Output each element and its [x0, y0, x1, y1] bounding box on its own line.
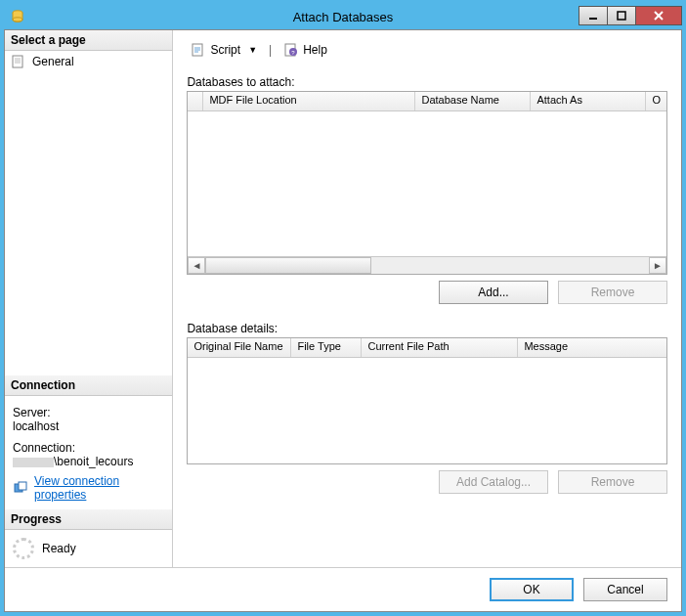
add-catalog-button: Add Catalog... [439, 470, 548, 494]
connection-block: Server: localhost Connection: \benoit_le… [5, 396, 172, 509]
col-mdf-file-location[interactable]: MDF File Location [203, 92, 415, 110]
progress-header: Progress [5, 509, 172, 530]
dialog-footer: OK Cancel [5, 567, 681, 611]
minimize-button[interactable] [579, 6, 608, 25]
ok-button[interactable]: OK [490, 578, 574, 601]
scroll-right-icon[interactable]: ► [649, 257, 666, 274]
grid2-header: Original File Name File Type Current Fil… [188, 338, 666, 358]
connection-value: \benoit_lecours [13, 455, 164, 468]
help-label: Help [303, 43, 327, 57]
scroll-left-icon[interactable]: ◄ [188, 257, 205, 274]
sidebar: Select a page General Connection [5, 30, 173, 567]
connection-label: Connection: [13, 441, 164, 455]
page-general[interactable]: General [5, 51, 172, 72]
progress-spinner-icon [13, 538, 34, 559]
server-label: Server: [13, 406, 164, 419]
script-label: Script [210, 43, 240, 57]
col-file-type[interactable]: File Type [291, 338, 362, 357]
attach-databases-window: Attach Databases Select a page [0, 0, 686, 616]
app-icon [10, 9, 25, 24]
help-button[interactable]: ? Help [279, 40, 331, 60]
scroll-thumb[interactable] [205, 257, 371, 274]
script-dropdown-icon[interactable]: ▼ [244, 45, 257, 55]
page-icon [11, 54, 26, 69]
svg-rect-6 [13, 56, 22, 67]
connection-header: Connection [5, 375, 172, 396]
svg-rect-3 [618, 12, 625, 20]
progress-row: Ready [5, 530, 172, 567]
col-owner[interactable]: O [646, 92, 666, 110]
cancel-button[interactable]: Cancel [583, 578, 667, 601]
remove-detail-button: Remove [558, 470, 667, 494]
client-area: Select a page General Connection [4, 29, 682, 612]
col-message[interactable]: Message [518, 338, 666, 357]
maximize-button[interactable] [607, 6, 636, 25]
script-button[interactable]: Script ▼ [187, 40, 261, 60]
col-attach-as[interactable]: Attach As [531, 92, 646, 110]
col-current-file-path[interactable]: Current File Path [362, 338, 518, 357]
server-value: localhost [13, 419, 164, 433]
connection-properties-icon [13, 480, 28, 496]
remove-database-button: Remove [558, 281, 667, 304]
scroll-track[interactable] [205, 257, 649, 274]
database-details-label: Database details: [187, 322, 667, 335]
database-details-grid[interactable]: Original File Name File Type Current Fil… [187, 337, 667, 464]
svg-rect-11 [19, 482, 26, 490]
main-panel: Script ▼ | ? Help [173, 30, 681, 567]
toolbar: Script ▼ | ? Help [187, 40, 667, 67]
grid1-hscrollbar[interactable]: ◄ ► [188, 256, 666, 274]
select-page-header: Select a page [5, 30, 172, 51]
script-icon [191, 42, 206, 58]
help-icon: ? [283, 42, 299, 58]
progress-status: Ready [42, 542, 76, 555]
page-general-label: General [32, 55, 74, 68]
databases-to-attach-label: Databases to attach: [187, 75, 667, 89]
databases-to-attach-grid[interactable]: MDF File Location Database Name Attach A… [187, 91, 667, 275]
col-original-file-name[interactable]: Original File Name [188, 338, 291, 357]
col-database-name[interactable]: Database Name [415, 92, 531, 110]
redacted-domain [13, 458, 54, 467]
add-button[interactable]: Add... [439, 281, 548, 304]
view-connection-properties-link[interactable]: View connection properties [34, 474, 164, 502]
close-button[interactable] [635, 6, 682, 25]
titlebar: Attach Databases [4, 4, 682, 29]
toolbar-separator: | [267, 43, 274, 57]
connection-user: \benoit_lecours [54, 455, 133, 468]
grid1-header: MDF File Location Database Name Attach A… [188, 92, 666, 111]
grid2-body[interactable] [188, 358, 666, 463]
grid1-body[interactable] [188, 111, 666, 256]
